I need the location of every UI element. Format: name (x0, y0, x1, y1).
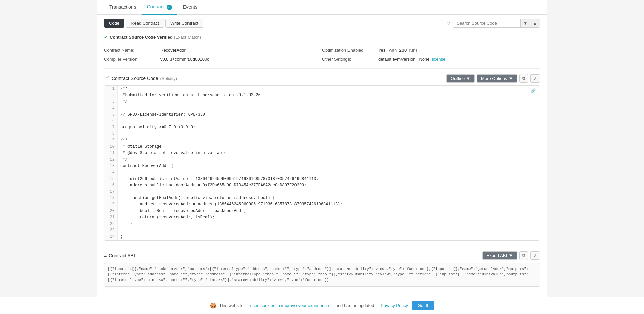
optimization-value: Yes with 200 runs (378, 48, 418, 53)
code-line-24: 24 } (104, 234, 540, 240)
page-container: Transactions Contract ✓ Events Code Read… (97, 0, 547, 314)
code-line-18: 18 function getRealAddr() public view re… (104, 195, 540, 201)
match-text: (Exact Match) (174, 35, 201, 40)
source-code-section-header: 📄 Contract Source Code (Solidity) Outlin… (97, 70, 547, 85)
read-contract-button[interactable]: Read Contract (126, 19, 164, 28)
contract-name-label: Contract Name: (104, 48, 158, 53)
tabs-bar: Transactions Contract ✓ Events (97, 0, 547, 15)
code-line-7: 7 pragma solidity >=0.7.0 <0.9.0; (104, 124, 540, 131)
abi-title: ≡ Contract ABI (104, 253, 135, 258)
optimization-runs-prefix (387, 48, 388, 53)
optimization-suffix: runs (409, 48, 417, 53)
fullscreen-source-button[interactable]: ⤢ (530, 74, 540, 83)
cookie-link[interactable]: uses cookies to improve your experience (250, 303, 329, 308)
code-line-13: 13 contract RecoverAddr { (104, 163, 540, 169)
code-line-22: 22 } (104, 221, 540, 227)
check-icon: ✔ (104, 35, 108, 40)
code-line-19: 19 address recoveredAddr = address(13864… (104, 201, 540, 208)
code-line-21: 21 return (recoveredAddr, isReal); (104, 214, 540, 221)
code-line-20: 20 bool isReal = recoveredAddr == backdo… (104, 208, 540, 214)
code-toolbar: Code Read Contract Write Contract ? ▼ ▲ (97, 15, 547, 32)
settings-label: Other Settings: (322, 57, 376, 62)
code-block: 1 /** 2 *Submitted for verification at E… (104, 86, 540, 240)
abi-icon: ≡ (104, 253, 107, 258)
license-link[interactable]: license (432, 57, 445, 62)
code-line-16: 16 address public backdoorAddr = 0xf2Da6… (104, 182, 540, 189)
source-code-actions: Outline ▼ More Options ▼ ⧉ ⤢ (446, 74, 540, 83)
code-line-10: 10 * @title Storage (104, 144, 540, 150)
code-line-11: 11 * @dev Store & retrieve value in a va… (104, 150, 540, 156)
export-abi-button[interactable]: Export ABI ▼ (482, 251, 517, 260)
outline-chevron-icon: ▼ (466, 76, 470, 81)
code-line-8: 8 (104, 131, 540, 137)
fullscreen-abi-button[interactable]: ⤢ (530, 251, 540, 260)
abi-section-header: ≡ Contract ABI Export ABI ▼ ⧉ ⤢ (97, 247, 547, 263)
contract-name-row: Contract Name: RecoverAddr (104, 48, 322, 53)
source-code-title: 📄 Contract Source Code (Solidity) (104, 76, 177, 81)
optimization-row: Optimization Enabled: Yes with 200 runs (322, 48, 540, 53)
more-options-chevron-icon: ▼ (508, 76, 513, 81)
code-link-button[interactable]: 🔗 (528, 87, 538, 95)
more-options-button[interactable]: More Options ▼ (477, 74, 517, 83)
code-line-1: 1 /** (104, 86, 540, 92)
code-line-23: 23 (104, 227, 540, 234)
code-line-9: 9 /** (104, 137, 540, 144)
source-code-title-text: Contract Source Code (112, 76, 158, 81)
got-it-button[interactable]: Got It (412, 301, 434, 310)
copy-source-button[interactable]: ⧉ (519, 74, 528, 83)
abi-section: ≡ Contract ABI Export ABI ▼ ⧉ ⤢ [{"input… (97, 247, 547, 292)
abi-text: [{"inputs":[],"name":"backdoorAddr","out… (108, 267, 528, 282)
settings-value: default evmVersion, None license (378, 57, 445, 62)
compiler-row: Compiler Version v0.8.3+commit.8d00100c (104, 57, 322, 62)
compiler-label: Compiler Version (104, 57, 158, 62)
code-line-15: 15 uint256 public uintValue = 1386446245… (104, 176, 540, 182)
code-line-14: 14 (104, 169, 540, 176)
cookie-banner: 🍪 This website uses cookies to improve y… (0, 297, 644, 314)
code-line-17: 17 (104, 189, 540, 195)
search-prev-button[interactable]: ▼ (520, 19, 530, 27)
search-input-wrapper: ▼ ▲ (453, 19, 540, 28)
cookie-icon: 🍪 (210, 302, 217, 309)
search-area: ? ▼ ▲ (447, 19, 540, 28)
privacy-policy-link[interactable]: Privacy Policy. (381, 303, 409, 308)
code-line-5: 5 // SPDX-License-Identifier: GPL-3.0 (104, 112, 540, 118)
abi-actions: Export ABI ▼ ⧉ ⤢ (482, 251, 540, 260)
code-container: 🔗 1 /** 2 *Submitted for verification at… (104, 85, 540, 241)
abi-content: [{"inputs":[],"name":"backdoorAddr","out… (104, 263, 540, 287)
search-next-button[interactable]: ▲ (530, 19, 540, 27)
optimization-with: with (389, 48, 397, 53)
divider (104, 68, 540, 69)
outline-button[interactable]: Outline ▼ (446, 74, 475, 83)
file-icon: 📄 (104, 76, 110, 81)
verified-banner: ✔ Contract Source Code Verified (Exact M… (97, 32, 547, 42)
verified-badge: ✓ (167, 5, 172, 10)
source-code-subtitle: (Solidity) (160, 76, 177, 81)
optimization-label: Optimization Enabled: (322, 48, 376, 53)
code-line-2: 2 *Submitted for verification at Ethersc… (104, 92, 540, 99)
compiler-value: v0.8.3+commit.8d00100c (160, 57, 209, 62)
copy-abi-button[interactable]: ⧉ (519, 251, 528, 260)
code-button[interactable]: Code (104, 19, 124, 28)
tab-contract[interactable]: Contract ✓ (142, 0, 178, 15)
contract-name-value: RecoverAddr (160, 48, 186, 53)
code-line-3: 3 */ (104, 99, 540, 105)
verified-text: Contract Source Code Verified (110, 35, 173, 40)
code-line-6: 6 (104, 118, 540, 124)
abi-title-text: Contract ABI (109, 253, 135, 258)
cookie-text: This website (219, 303, 244, 308)
help-icon[interactable]: ? (447, 20, 450, 26)
cookie-text2: and has an updated (336, 303, 374, 308)
tab-transactions[interactable]: Transactions (104, 0, 142, 14)
optimization-runs: 200 (399, 48, 407, 53)
code-button-group: Code Read Contract Write Contract (104, 19, 203, 28)
tab-events[interactable]: Events (177, 0, 203, 14)
contract-info: Contract Name: RecoverAddr Optimization … (97, 42, 547, 67)
write-contract-button[interactable]: Write Contract (165, 19, 203, 28)
settings-row: Other Settings: default evmVersion, None… (322, 57, 540, 62)
code-line-12: 12 */ (104, 156, 540, 163)
search-input[interactable] (453, 19, 520, 27)
export-abi-chevron-icon: ▼ (508, 253, 513, 258)
code-line-4: 4 (104, 105, 540, 112)
